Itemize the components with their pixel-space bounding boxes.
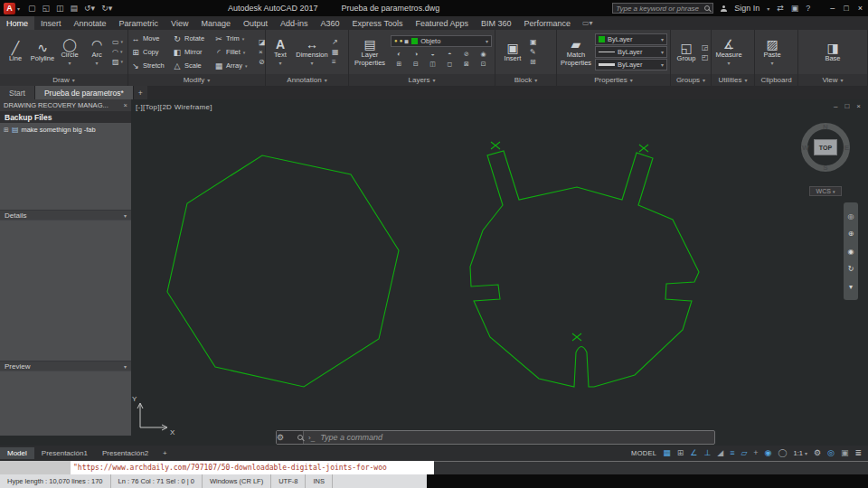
preview-header[interactable]: Preview▾ (0, 361, 131, 371)
modify-tool-button[interactable]: ↔ Move ▾ (131, 32, 173, 45)
status-toggle-icon[interactable]: ⊞ (677, 449, 684, 457)
sign-in-caret-icon[interactable]: ▾ (767, 5, 769, 12)
layer-tool-icon[interactable]: ◐ (397, 51, 401, 57)
quick-access-icon[interactable]: ◫ (56, 4, 64, 13)
viewcube-east[interactable]: E (844, 144, 849, 152)
annotation-mini-button[interactable]: ▦ (332, 48, 339, 56)
ribbon-minimize-icon[interactable]: ▭▾ (577, 16, 599, 30)
layer-tool-icon[interactable]: ◻ (447, 61, 452, 68)
titlebar-icon[interactable]: ▣ (791, 4, 799, 13)
status-toggle-icon[interactable]: ⚙ (814, 449, 821, 457)
ribbon-tab[interactable]: Output (237, 16, 274, 30)
navbar-tool-icon[interactable]: ↻ (848, 265, 854, 273)
layer-dropdown[interactable]: ●●◼ Objeto ▾ (391, 35, 492, 47)
sign-in-button[interactable]: Sign In (734, 4, 760, 13)
ribbon-tab[interactable]: Parametric (113, 16, 165, 30)
app-menu-button[interactable]: A (4, 3, 15, 14)
draw-tool-button[interactable]: ╱ Line ▾ (3, 38, 28, 67)
command-line[interactable]: ⚙ ›_ Type a command (276, 430, 715, 445)
group-mini-button[interactable]: ◲ (702, 43, 709, 52)
file-tab-document[interactable]: Prueba de parametros* (35, 86, 134, 99)
annotation-mini-button[interactable]: ≡ (332, 58, 339, 66)
quick-access-icon[interactable]: ◱ (42, 4, 51, 13)
panel-label-draw[interactable]: Draw▾ (0, 74, 127, 86)
backup-tree-item[interactable]: ⊞ ▤ make somethign big -fab (4, 126, 127, 134)
status-toggle-icon[interactable]: ◎ (827, 449, 835, 457)
panel-label-utilities[interactable]: Utilities▾ (712, 74, 754, 86)
collapse-icon[interactable]: ▾ (124, 363, 127, 370)
palette-close-icon[interactable]: × (124, 101, 127, 109)
draw-mini-button[interactable]: ▨▾ (112, 58, 123, 66)
color-dropdown[interactable]: ByLayer ▾ (595, 33, 667, 45)
command-search-icon[interactable] (297, 435, 303, 440)
modify-tool-button[interactable]: ⊞ Copy ▾ (131, 45, 173, 59)
viewport-restore-icon[interactable]: □ (844, 102, 849, 110)
text-button[interactable]: A Text ▾ (269, 38, 292, 67)
group-mini-button[interactable]: ◰ (702, 53, 709, 61)
viewport-close-icon[interactable]: × (856, 102, 861, 110)
editor-code-line[interactable]: "https://www.archdaily.com/797107/50-dow… (71, 461, 434, 474)
command-customize-button[interactable]: ⚙ (277, 431, 304, 444)
status-toggle-icon[interactable]: ▦ (663, 449, 671, 457)
modify-mini-button[interactable]: ⊘ (259, 58, 266, 66)
annotation-mini-button[interactable]: ↗ (332, 38, 339, 46)
layer-tool-icon[interactable]: ⊠ (464, 61, 469, 68)
block-mini-button[interactable]: ⊞ (530, 58, 537, 66)
draw-tool-button[interactable]: ◠ Arc ▾ (84, 38, 109, 67)
match-properties-button[interactable]: ▰ Match Properties (560, 38, 592, 67)
modify-mini-button[interactable]: × (259, 48, 266, 56)
wcs-dropdown[interactable]: WCS ▾ (809, 186, 842, 196)
status-toggle-icon[interactable]: ≡ (730, 449, 734, 457)
model-space-button[interactable]: MODEL (631, 449, 656, 457)
navbar-tool-icon[interactable]: ◎ (848, 212, 854, 221)
modify-tool-button[interactable]: △ Scale ▾ (173, 59, 214, 72)
navbar-tool-icon[interactable]: ◉ (848, 248, 854, 256)
modify-tool-button[interactable]: ↘ Stretch ▾ (131, 59, 173, 72)
lineweight-dropdown[interactable]: ByLayer ▾ (595, 59, 667, 70)
linetype-dropdown[interactable]: ByLayer ▾ (595, 46, 667, 58)
command-input[interactable]: Type a command (320, 433, 382, 442)
status-toggle-icon[interactable]: ▣ (841, 449, 849, 457)
titlebar-icon[interactable]: ? (806, 4, 810, 13)
layer-tool-icon[interactable]: ⊞ (396, 61, 401, 68)
layout-tab[interactable]: Presentación1 (34, 447, 95, 459)
status-toggle-icon[interactable]: ∠ (690, 449, 697, 457)
app-menu-caret-icon[interactable]: ▾ (17, 5, 20, 12)
modify-tool-button[interactable]: ◧ Mirror ▾ (173, 45, 214, 59)
new-drawing-tab-button[interactable]: + (134, 86, 147, 99)
draw-tool-button[interactable]: ∿ Polyline ▾ (30, 38, 55, 67)
modify-tool-button[interactable]: ✂ Trim ▾ (214, 32, 256, 45)
layer-tool-icon[interactable]: ◉ (481, 51, 486, 58)
viewcube-top-face[interactable]: TOP (814, 139, 837, 155)
close-button[interactable]: × (858, 4, 863, 13)
panel-label-modify[interactable]: Modify▾ (128, 74, 265, 86)
search-icon[interactable] (704, 5, 710, 11)
panel-label-block[interactable]: Block▾ (495, 74, 556, 86)
navbar-tool-icon[interactable]: ⊕ (848, 230, 854, 238)
minimize-button[interactable]: – (830, 4, 835, 13)
panel-label-layers[interactable]: Layers▾ (349, 74, 495, 86)
modify-tool-button[interactable]: ▦ Array ▾ (214, 59, 256, 72)
ribbon-tab[interactable]: A360 (315, 16, 346, 30)
ribbon-tab[interactable]: Express Tools (346, 16, 410, 30)
layer-tool-icon[interactable]: ⊟ (413, 61, 419, 68)
navbar-tool-icon[interactable]: ▾ (849, 283, 853, 291)
maximize-button[interactable]: □ (844, 4, 848, 13)
ribbon-tab[interactable]: BIM 360 (475, 16, 518, 30)
help-search-input[interactable]: Type a keyword or phrase (612, 3, 713, 14)
details-header[interactable]: Details▾ (0, 210, 131, 221)
modify-tool-button[interactable]: ◜ Fillet ▾ (214, 45, 256, 59)
viewcube-south[interactable]: S (823, 164, 827, 172)
draw-mini-button[interactable]: ▭▾ (112, 38, 123, 46)
quick-access-icon[interactable]: ▤ (71, 4, 79, 13)
draw-mini-button[interactable]: ◠▾ (112, 48, 123, 56)
ribbon-tab[interactable]: Add-ins (274, 16, 315, 30)
draw-tool-button[interactable]: ◯ Circle ▾ (57, 38, 82, 67)
insert-button[interactable]: ▣ Insert (498, 42, 527, 62)
annotation-scale-button[interactable]: 1:1 ▾ (794, 449, 807, 457)
panel-label-annotation[interactable]: Annotation▾ (266, 74, 348, 86)
chevron-down-icon[interactable]: ▾ (486, 38, 488, 44)
status-toggle-icon[interactable]: ≣ (854, 449, 862, 457)
base-button[interactable]: ◨ Base (818, 42, 847, 62)
layer-tool-icon[interactable]: ◓ (448, 51, 451, 57)
